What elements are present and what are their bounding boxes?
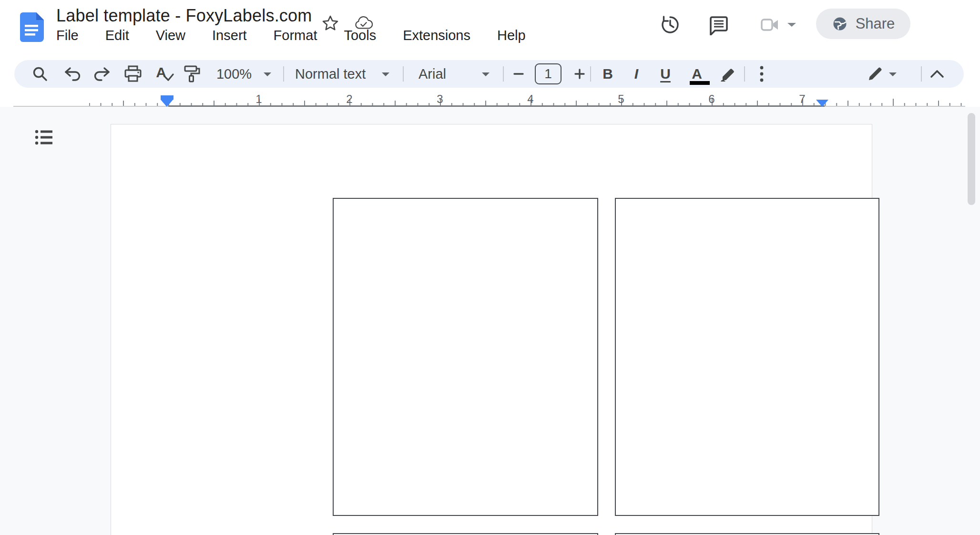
decrease-font-size-button[interactable] <box>511 65 526 83</box>
menubar: File Edit View Insert Format Tools Exten… <box>51 27 531 44</box>
toolbar-divider <box>921 66 922 82</box>
show-document-outline-button[interactable] <box>31 125 56 150</box>
editing-mode-pen-icon <box>866 65 884 83</box>
increase-font-size-button[interactable] <box>572 65 587 83</box>
hide-menus-button[interactable] <box>928 65 947 83</box>
toolbar-divider <box>503 66 504 82</box>
italic-icon: I <box>634 66 638 82</box>
style-caret-icon[interactable] <box>380 65 391 83</box>
label-cell[interactable] <box>615 198 879 516</box>
search-icon <box>31 65 49 82</box>
vertical-scrollbar[interactable] <box>968 113 975 205</box>
bold-icon: B <box>602 66 613 82</box>
share-button[interactable]: Share <box>816 9 910 39</box>
label-cell[interactable] <box>333 198 598 516</box>
paint-format-icon <box>182 64 201 83</box>
font-select[interactable]: Arial <box>419 65 476 83</box>
undo-icon <box>63 66 82 82</box>
print-icon <box>123 65 143 83</box>
ruler-number: 2 <box>346 93 352 106</box>
font-caret-icon[interactable] <box>480 65 491 83</box>
print-button[interactable] <box>123 65 143 83</box>
ruler-number: 3 <box>437 93 443 106</box>
redo-icon <box>93 66 111 82</box>
zoom-value: 100% <box>216 66 252 82</box>
undo-button[interactable] <box>63 65 82 83</box>
label-cell[interactable] <box>333 533 598 535</box>
toolbar-divider <box>744 66 745 82</box>
editing-mode-button[interactable] <box>866 65 885 83</box>
menu-file[interactable]: File <box>51 27 83 44</box>
zoom-select[interactable]: 100% <box>214 65 254 83</box>
spellcheck-button[interactable]: A <box>155 65 176 83</box>
first-line-indent-marker[interactable] <box>161 95 174 100</box>
video-call-icon[interactable] <box>760 14 781 35</box>
zoom-caret-icon[interactable] <box>262 65 273 83</box>
highlight-color-button[interactable] <box>717 65 738 83</box>
document-page[interactable] <box>111 124 872 535</box>
document-canvas <box>0 107 980 535</box>
share-button-label: Share <box>856 15 895 32</box>
spellcheck-check-icon <box>164 73 174 82</box>
menu-format[interactable]: Format <box>269 27 322 44</box>
header: Label template - FoxyLabels.com File Edi… <box>0 0 980 60</box>
video-call-caret-icon[interactable] <box>786 22 797 28</box>
bold-button[interactable]: B <box>599 65 617 83</box>
menu-help[interactable]: Help <box>492 27 531 44</box>
globe-icon <box>832 16 848 32</box>
redo-button[interactable] <box>93 65 111 83</box>
ruler-number: 1 <box>255 93 262 106</box>
google-docs-app: Label template - FoxyLabels.com File Edi… <box>0 0 980 535</box>
left-indent-marker[interactable] <box>161 100 173 107</box>
menu-view[interactable]: View <box>151 27 190 44</box>
paragraph-style-value: Normal text <box>295 66 366 82</box>
font-value: Arial <box>419 66 446 82</box>
ruler-number: 5 <box>618 93 624 106</box>
highlighter-icon <box>718 64 737 83</box>
version-history-icon[interactable] <box>660 14 681 35</box>
toolbar-divider <box>283 66 284 82</box>
document-title[interactable]: Label template - FoxyLabels.com <box>56 6 312 26</box>
toolbar-divider <box>590 66 591 82</box>
more-toolbar-options-button[interactable] <box>753 65 770 83</box>
search-menus-button[interactable] <box>31 65 49 83</box>
underline-icon: U <box>660 66 671 82</box>
docs-logo-icon[interactable] <box>20 12 44 42</box>
menu-tools[interactable]: Tools <box>339 27 381 44</box>
overflow-dots-icon <box>759 65 764 82</box>
paint-format-button[interactable] <box>182 65 202 83</box>
italic-button[interactable]: I <box>627 65 645 83</box>
toolbar-divider <box>403 66 404 82</box>
text-color-button[interactable]: A <box>688 65 706 83</box>
plus-icon <box>574 68 585 80</box>
underline-button[interactable]: U <box>656 65 674 83</box>
menu-extensions[interactable]: Extensions <box>398 27 475 44</box>
menu-insert[interactable]: Insert <box>207 27 252 44</box>
font-size-input[interactable]: 1 <box>535 63 561 84</box>
paragraph-style-select[interactable]: Normal text <box>295 65 371 83</box>
text-color-icon: A <box>692 66 702 82</box>
document-outline-icon <box>34 129 53 146</box>
comments-icon[interactable] <box>708 14 729 35</box>
minus-icon <box>513 68 524 80</box>
editing-mode-caret-icon[interactable] <box>888 65 898 83</box>
menu-edit[interactable]: Edit <box>101 27 134 44</box>
ruler-number: 7 <box>799 93 805 106</box>
ruler-number: 4 <box>527 93 533 106</box>
text-color-swatch <box>690 81 710 85</box>
horizontal-ruler-ticks <box>89 93 963 107</box>
ruler-number: 6 <box>708 93 715 106</box>
collapse-toolbar-icon <box>929 69 945 79</box>
label-cell[interactable] <box>615 533 879 535</box>
right-indent-marker[interactable] <box>816 100 828 107</box>
